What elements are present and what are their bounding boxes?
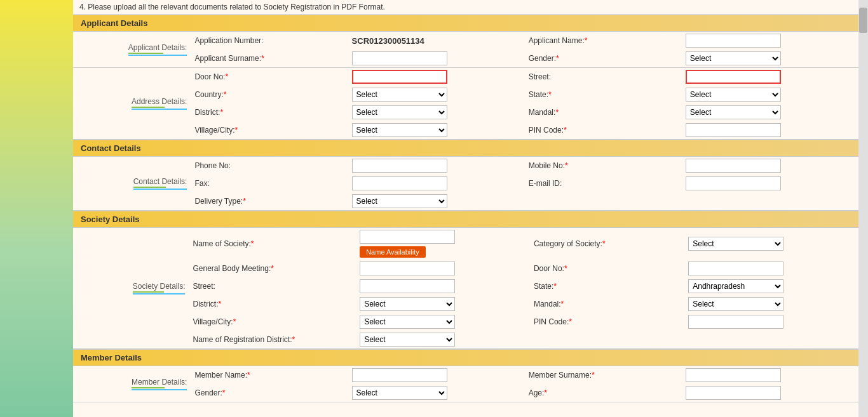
name-of-society-label: Name of Society:* [189,228,356,260]
society-sidebar-label-cell: Society Details: [73,228,189,348]
society-mandal-select[interactable]: Select [688,297,783,311]
mandal-label: Mandal:* [525,103,682,121]
society-street-input[interactable] [360,279,455,293]
address-sidebar-label-cell: Address Details: [73,68,191,139]
email-label: E-mail ID: [525,175,682,192]
contact-sidebar-label: Contact Details: [133,177,187,190]
society-mandal-label: Mandal:* [530,295,684,313]
pin-code-input[interactable] [686,123,781,137]
age-label: Age:* [525,384,682,402]
mobile-no-input[interactable] [686,159,781,173]
application-number-value: SCR012300051134 [352,36,424,46]
society-state-label: State:* [530,277,684,295]
applicant-name-input[interactable] [686,34,781,48]
member-gender-label: Gender:* [191,384,348,402]
category-of-society-label: Category of Society:* [530,228,684,260]
district-select[interactable]: Select [352,105,447,119]
gender-label: Gender:* [525,50,682,67]
notice-text: 4. Please upload all the relevant docume… [79,3,385,11]
society-district-label: District:* [189,295,356,313]
address-sidebar-label: Address Details: [132,97,187,110]
society-pin-code-label: PIN Code:* [530,313,684,331]
applicant-section-header: Applicant Details [73,15,858,32]
member-section-body: Member Details: Member Name:* Member Sur… [73,366,858,402]
name-reg-district-label: Name of Registration District:* [189,331,356,348]
phone-no-label: Phone No: [191,157,348,175]
address-section-body: Address Details: Door No:* Street: [73,68,858,140]
country-label: Country:* [191,86,348,103]
country-select[interactable]: Select [352,88,447,102]
phone-no-input[interactable] [352,159,447,173]
district-label: District:* [191,103,348,121]
left-sidebar [0,0,73,417]
society-state-select[interactable]: Andhrapradesh [688,279,783,293]
member-sidebar-label-cell: Member Details: [73,366,191,402]
door-no-input[interactable] [352,70,447,84]
mobile-no-label: Mobile No:* [525,157,682,175]
main-content: 4. Please upload all the relevant docume… [73,0,858,417]
society-door-no-label: Door No:* [530,260,684,277]
member-name-label: Member Name:* [191,366,348,384]
society-section-body: Society Details: Name of Society:* Name … [73,228,858,349]
applicant-section-body: Applicant Details: Application Number: S… [73,32,858,68]
applicant-name-input-cell[interactable] [682,32,858,50]
village-city-select[interactable]: Select [352,123,447,137]
state-label: State:* [525,86,682,103]
street-input[interactable] [686,70,781,84]
state-select[interactable]: Select [686,88,781,102]
applicant-sidebar-label: Applicant Details: [128,43,187,56]
scrollbar[interactable] [858,0,868,417]
age-input[interactable] [686,386,781,400]
applicant-name-label: Applicant Name:* [525,32,682,50]
applicant-surname-label: Applicant Surname:* [191,50,348,67]
application-number-label: Application Number: [191,32,348,50]
village-city-label: Village/City:* [191,121,348,139]
contact-section-header: Contact Details [73,140,858,157]
name-availability-button[interactable]: Name Availability [360,246,426,258]
gender-select[interactable]: Select [686,51,781,65]
member-name-input[interactable] [352,368,447,382]
name-of-society-input[interactable] [360,230,455,244]
contact-section-body: Contact Details: Phone No: Mobile No:* [73,157,858,211]
delivery-type-select[interactable]: Select [352,194,447,208]
general-body-meeting-input[interactable] [360,261,455,275]
applicant-surname-input[interactable] [352,51,447,65]
scrollbar-thumb[interactable] [859,8,867,33]
mandal-select[interactable]: Select [686,105,781,119]
society-village-city-select[interactable]: Select [360,315,455,329]
application-number-value-cell: SCR012300051134 [348,32,525,50]
member-section-header: Member Details [73,349,858,366]
society-door-no-input[interactable] [688,261,783,275]
society-sidebar-label: Society Details: [133,282,186,295]
name-reg-district-select[interactable]: Select [360,333,455,347]
society-district-select[interactable]: Select [360,297,455,311]
category-of-society-select[interactable]: Select [688,237,783,251]
pin-code-label: PIN Code:* [525,121,682,139]
delivery-type-label: Delivery Type:* [191,192,348,210]
fax-input[interactable] [352,176,447,190]
general-body-meeting-label: General Body Meeting:* [189,260,356,277]
society-section-header: Society Details [73,211,858,228]
door-no-label: Door No:* [191,68,348,86]
member-surname-input[interactable] [686,368,781,382]
email-input[interactable] [686,176,781,190]
member-sidebar-label: Member Details: [132,378,187,390]
society-street-label: Street: [189,277,356,295]
notice-bar: 4. Please upload all the relevant docume… [73,0,858,15]
applicant-sidebar-label-cell: Applicant Details: [73,32,191,67]
society-pin-code-input[interactable] [688,315,783,329]
society-village-city-label: Village/City:* [189,313,356,331]
member-surname-label: Member Surname:* [525,366,682,384]
fax-label: Fax: [191,175,348,192]
member-gender-select[interactable]: Select [352,386,447,400]
contact-sidebar-label-cell: Contact Details: [73,157,191,210]
street-label: Street: [525,68,682,86]
